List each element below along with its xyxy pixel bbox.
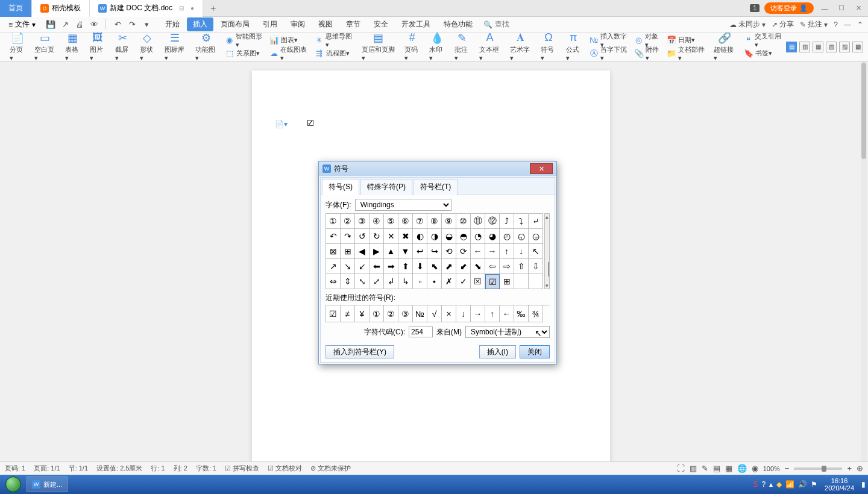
fit-page-icon[interactable]: ⛶ xyxy=(677,464,685,473)
reading-layout-icon[interactable]: ▥ xyxy=(690,464,697,473)
symbol-cell[interactable]: ⑤ xyxy=(384,214,398,229)
dialog-tab-special[interactable]: 特殊字符(P) xyxy=(360,179,412,195)
symbol-cell[interactable]: ↩ xyxy=(413,244,427,259)
ribbon-tab-references[interactable]: 引用 xyxy=(257,17,283,31)
ribbon-图表[interactable]: 📊图表▾ xyxy=(269,34,308,46)
ribbon-tab-security[interactable]: 安全 xyxy=(368,17,394,31)
ribbon-首字下沉[interactable]: Ⓐ首字下沉▾ xyxy=(590,48,628,60)
symbol-cell[interactable]: ↻ xyxy=(370,229,384,244)
symbol-cell[interactable]: ⬈ xyxy=(442,259,456,274)
symbol-cell[interactable]: ◑ xyxy=(427,229,442,244)
symbol-cell[interactable]: ◕ xyxy=(485,229,500,244)
view-mode-1[interactable]: ▤ xyxy=(786,42,797,52)
tray-security-icon[interactable]: ◆ xyxy=(776,480,782,489)
preview-icon[interactable]: 👁 xyxy=(89,19,99,30)
zoom-value[interactable]: 100% xyxy=(763,465,780,472)
symbol-cell[interactable]: ⤴ xyxy=(500,214,514,229)
status-column[interactable]: 列: 2 xyxy=(174,464,187,473)
symbol-cell[interactable]: ✕ xyxy=(384,229,398,244)
symbol-cell[interactable]: ↘ xyxy=(341,259,355,274)
symbol-cell[interactable]: ② xyxy=(341,214,355,229)
insert-button[interactable]: 插入(I) xyxy=(479,345,516,358)
ribbon-tab-features[interactable]: 特色功能 xyxy=(438,17,479,31)
symbol-cell[interactable]: ⊞ xyxy=(500,274,514,289)
symbol-cell[interactable]: ← xyxy=(471,244,485,259)
qat-dropdown-icon[interactable]: ▾ xyxy=(141,19,152,30)
font-select[interactable]: Wingdings xyxy=(355,199,451,211)
symbol-cell[interactable]: ▪ xyxy=(427,274,442,289)
login-button[interactable]: 访客登录 👤 xyxy=(764,2,814,14)
ribbon-文本框[interactable]: A文本框▾ xyxy=(474,33,505,61)
ribbon-tab-layout[interactable]: 页面布局 xyxy=(215,17,256,31)
status-page-count[interactable]: 页面: 1/1 xyxy=(34,464,60,473)
symbol-cell[interactable]: ◓ xyxy=(456,229,471,244)
recent-symbol-cell[interactable]: ¾ xyxy=(529,305,543,322)
ribbon-图标库[interactable]: ☰图标库▾ xyxy=(160,33,190,61)
status-protect[interactable]: ⊘ 文档未保护 xyxy=(310,464,351,473)
recent-symbol-cell[interactable]: ↓ xyxy=(456,305,471,322)
window-maximize[interactable]: ☐ xyxy=(835,2,848,14)
start-button[interactable] xyxy=(2,476,24,493)
zoom-out-icon[interactable]: − xyxy=(785,464,790,473)
ribbon-关系图[interactable]: ⬚关系图▾ xyxy=(225,48,263,60)
symbol-cell[interactable]: ↖ xyxy=(529,244,543,259)
symbol-cell[interactable]: ⟳ xyxy=(456,244,471,259)
symbol-cell[interactable]: ⑨ xyxy=(442,214,456,229)
symbol-cell[interactable]: ⊠ xyxy=(326,244,341,259)
ribbon-页眉和页脚[interactable]: ▤页眉和页脚▾ xyxy=(357,33,400,61)
symbol-cell[interactable]: ↓ xyxy=(514,244,529,259)
symbol-cell[interactable]: ↪ xyxy=(427,244,442,259)
ribbon-tab-start[interactable]: 开始 xyxy=(159,17,186,31)
symbol-cell[interactable]: ⬇ xyxy=(413,259,427,274)
symbol-cell[interactable]: ✗ xyxy=(442,274,456,289)
symbol-cell[interactable]: ⤶ xyxy=(529,214,543,229)
ribbon-表格[interactable]: ▦表格▾ xyxy=(60,33,85,61)
tab-add-button[interactable]: + xyxy=(203,3,223,14)
ribbon-截屏[interactable]: ✂截屏▾ xyxy=(110,33,135,61)
symbol-cell[interactable]: ⇩ xyxy=(529,259,543,274)
symbol-cell[interactable]: → xyxy=(485,244,500,259)
symbol-cell[interactable]: ⑩ xyxy=(456,214,471,229)
save-icon[interactable]: 💾 xyxy=(45,19,56,30)
ribbon-水印[interactable]: 💧水印▾ xyxy=(424,33,449,61)
symbol-cell[interactable]: ⇧ xyxy=(514,259,529,274)
symbol-cell[interactable]: ↷ xyxy=(341,229,355,244)
symbol-cell[interactable]: ⬅ xyxy=(370,259,384,274)
dialog-tab-symbolbar[interactable]: 符号栏(T) xyxy=(414,179,458,195)
ribbon-插入数字[interactable]: №插入数字▾ xyxy=(590,34,628,46)
symbol-cell[interactable]: ⑪ xyxy=(471,214,485,229)
recent-symbol-cell[interactable]: ≠ xyxy=(341,305,355,322)
symbol-cell[interactable]: ⇦ xyxy=(485,259,500,274)
recent-symbol-cell[interactable]: ☑ xyxy=(326,305,341,322)
ribbon-tab-view[interactable]: 视图 xyxy=(312,17,339,31)
show-desktop[interactable]: ▮ xyxy=(861,480,866,489)
symbol-cell[interactable]: ↺ xyxy=(355,229,370,244)
outline-view-icon[interactable]: ▦ xyxy=(725,464,732,473)
edit-icon[interactable]: ✎ xyxy=(702,464,708,473)
view-mode-2[interactable]: ▥ xyxy=(799,42,810,52)
ribbon-文档部件[interactable]: 📁文档部件▾ xyxy=(667,48,705,60)
symbol-cell[interactable]: ⬋ xyxy=(456,259,471,274)
ribbon-对象[interactable]: ◎对象▾ xyxy=(634,34,661,46)
recent-symbol-cell[interactable]: √ xyxy=(427,305,442,322)
status-position[interactable]: 设置值: 2.5厘米 xyxy=(96,464,142,473)
redo-icon[interactable]: ↷ xyxy=(127,19,137,30)
view-mode-5[interactable]: ▨ xyxy=(839,42,850,52)
ribbon-艺术字[interactable]: 𝐀艺术字▾ xyxy=(505,33,536,61)
ribbon-tab-review[interactable]: 审阅 xyxy=(285,17,311,31)
fit-width-icon[interactable]: ⊕ xyxy=(857,464,863,473)
taskbar-item-wps[interactable]: W 新建... xyxy=(27,477,68,492)
tray-clock[interactable]: 16:16 2020/4/24 xyxy=(821,477,858,492)
dialog-close-button[interactable]: ✕ xyxy=(530,163,553,174)
ribbon-图片[interactable]: 🖼图片▾ xyxy=(85,33,110,61)
annotate-button[interactable]: ✎批注▾ xyxy=(800,19,828,30)
zoom-in-icon[interactable]: + xyxy=(847,464,852,473)
window-close[interactable]: ✕ xyxy=(852,2,864,14)
symbol-cell[interactable]: ✖ xyxy=(398,229,413,244)
symbol-cell[interactable]: ⑫ xyxy=(485,214,500,229)
symbol-cell[interactable]: ◀ xyxy=(355,244,370,259)
tab-pin-icon[interactable]: ⊟ xyxy=(179,5,184,11)
ribbon-交叉引用[interactable]: ❝交叉引用▾ xyxy=(744,34,782,46)
help-icon[interactable]: ? xyxy=(834,20,838,29)
ribbon-tab-insert[interactable]: 插入 xyxy=(187,17,213,31)
